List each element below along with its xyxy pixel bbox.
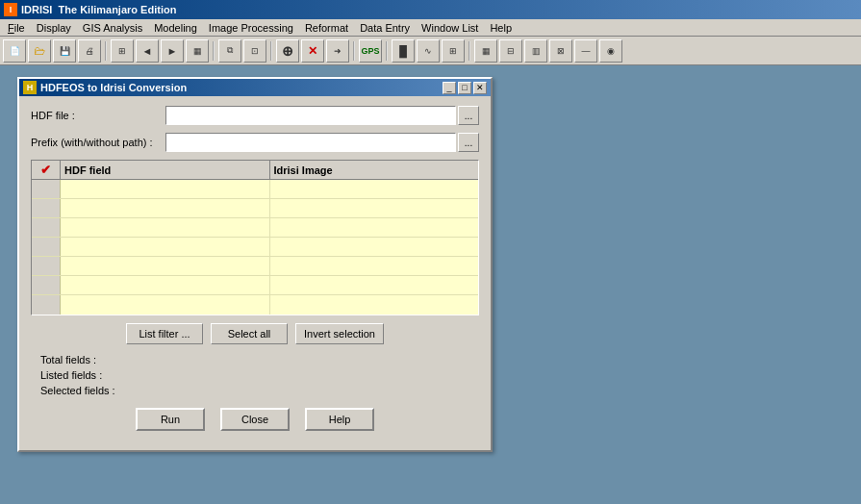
select-all-button[interactable]: Select all	[211, 323, 288, 344]
table-header: ✔ HDF field Idrisi Image	[32, 161, 478, 180]
selected-fields-stat: Selected fields :	[40, 383, 469, 398]
row-check-5[interactable]	[32, 257, 61, 275]
row-hdf-4	[61, 238, 270, 256]
row-hdf-1	[61, 180, 270, 198]
app-title-bar: I IDRISI The Kilimanjaro Edition	[0, 0, 861, 19]
table-row	[32, 218, 478, 238]
toolbar-multi[interactable]: ⊠	[549, 39, 572, 63]
toolbar-print[interactable]: 🖨	[78, 39, 101, 63]
row-check-4[interactable]	[32, 238, 61, 256]
list-filter-button[interactable]: List filter ...	[126, 323, 203, 344]
toolbar-paste[interactable]: ⊡	[243, 39, 266, 63]
hdf-file-browse-button[interactable]: ...	[458, 106, 479, 125]
row-check-2[interactable]	[32, 199, 61, 217]
hdf-file-input[interactable]	[165, 106, 456, 125]
toolbar-compose[interactable]: ⊞	[111, 39, 134, 63]
prefix-input[interactable]	[165, 133, 456, 152]
app-icon: I	[4, 3, 17, 16]
app-title: IDRISI	[21, 4, 52, 15]
toolbar-copy[interactable]: ⧉	[218, 39, 241, 63]
menu-display[interactable]: Display	[31, 19, 77, 36]
row-hdf-6	[61, 276, 270, 294]
fields-table: ✔ HDF field Idrisi Image	[31, 160, 479, 315]
dialog-icon: H	[23, 81, 37, 94]
toolbar: 📄 🗁 💾 🖨 ⊞ ◄ ► ▦ ⧉ ⊡ ⊕ ✕ ➜ GPS ▐▌ ∿ ⊞ ▦ ⊟…	[0, 37, 861, 65]
row-hdf-3	[61, 218, 270, 237]
toolbar-grid[interactable]: ▥	[524, 39, 547, 63]
row-idrisi-5	[270, 257, 479, 275]
workspace: H HDFEOS to Idrisi Conversion _ □ ✕ HDF …	[0, 65, 861, 502]
toolbar-fwd[interactable]: ►	[161, 39, 184, 63]
menu-data-entry[interactable]: Data Entry	[354, 19, 416, 36]
total-fields-stat: Total fields :	[40, 352, 469, 367]
toolbar-sep2	[213, 41, 215, 61]
row-idrisi-2	[270, 199, 479, 217]
toolbar-new[interactable]: 📄	[3, 39, 26, 63]
check-icon: ✔	[40, 163, 51, 177]
row-idrisi-4	[270, 238, 479, 256]
menu-file[interactable]: File	[2, 19, 31, 36]
dialog-body: HDF file : ... Prefix (with/without path…	[19, 96, 491, 450]
dialog-controls: _ □ ✕	[443, 82, 487, 94]
prefix-row: Prefix (with/without path) : ...	[31, 133, 479, 152]
toolbar-sep5	[386, 41, 388, 61]
table-col-hdf-field: HDF field	[61, 161, 270, 179]
toolbar-table[interactable]: ⊟	[499, 39, 522, 63]
dialog-maximize-button[interactable]: □	[458, 82, 471, 94]
action-buttons-row: Run Close Help	[31, 408, 479, 441]
listed-fields-stat: Listed fields :	[40, 367, 469, 383]
table-row	[32, 257, 478, 276]
toolbar-line[interactable]: —	[574, 39, 597, 63]
dialog-title-bar: H HDFEOS to Idrisi Conversion _ □ ✕	[19, 79, 491, 96]
filter-buttons-row: List filter ... Select all Invert select…	[31, 323, 479, 344]
dialog-minimize-button[interactable]: _	[443, 82, 456, 94]
table-rows	[32, 180, 478, 315]
menu-window-list[interactable]: Window List	[416, 19, 484, 36]
row-check-1[interactable]	[32, 180, 61, 198]
toolbar-gps[interactable]: GPS	[359, 39, 382, 63]
dialog-close-button[interactable]: ✕	[473, 82, 487, 94]
table-row	[32, 199, 478, 218]
table-header-check: ✔	[32, 161, 61, 179]
toolbar-sep6	[468, 41, 470, 61]
table-row	[32, 276, 478, 295]
toolbar-save[interactable]: 💾	[53, 39, 76, 63]
table-col-idrisi-image: Idrisi Image	[270, 161, 479, 179]
menu-image-processing[interactable]: Image Processing	[203, 19, 299, 36]
menu-reformat[interactable]: Reformat	[299, 19, 354, 36]
row-check-6[interactable]	[32, 276, 61, 294]
toolbar-zoom-in[interactable]: ⊕	[276, 39, 299, 63]
menu-modeling[interactable]: Modeling	[148, 19, 203, 36]
toolbar-sep3	[270, 41, 272, 61]
row-check-3[interactable]	[32, 218, 61, 237]
close-button[interactable]: Close	[220, 408, 290, 431]
toolbar-filter[interactable]: ⊞	[442, 39, 465, 63]
toolbar-back[interactable]: ◄	[136, 39, 159, 63]
toolbar-open[interactable]: 🗁	[28, 39, 51, 63]
row-idrisi-1	[270, 180, 479, 198]
dialog-title: HDFEOS to Idrisi Conversion	[40, 82, 187, 93]
table-row	[32, 295, 478, 315]
help-button[interactable]: Help	[305, 408, 374, 431]
table-row	[32, 180, 478, 199]
row-hdf-7	[61, 295, 270, 315]
run-button[interactable]: Run	[136, 408, 205, 431]
toolbar-color[interactable]: ◉	[599, 39, 622, 63]
row-check-7[interactable]	[32, 295, 61, 315]
row-hdf-2	[61, 199, 270, 217]
row-hdf-5	[61, 257, 270, 275]
toolbar-raster[interactable]: ▦	[474, 39, 497, 63]
toolbar-wave[interactable]: ∿	[417, 39, 440, 63]
toolbar-bar-chart[interactable]: ▐▌	[392, 39, 415, 63]
menu-gis-analysis[interactable]: GIS Analysis	[77, 19, 148, 36]
prefix-browse-button[interactable]: ...	[458, 133, 479, 152]
app-subtitle: The Kilimanjaro Edition	[59, 4, 177, 15]
menu-bar: File Display GIS Analysis Modeling Image…	[0, 19, 861, 37]
menu-help[interactable]: Help	[484, 19, 518, 36]
hdf-file-row: HDF file : ...	[31, 106, 479, 125]
toolbar-cut[interactable]: ✕	[301, 39, 324, 63]
row-idrisi-6	[270, 276, 479, 294]
invert-selection-button[interactable]: Invert selection	[295, 323, 384, 344]
toolbar-img[interactable]: ▦	[186, 39, 209, 63]
toolbar-arrow[interactable]: ➜	[326, 39, 349, 63]
